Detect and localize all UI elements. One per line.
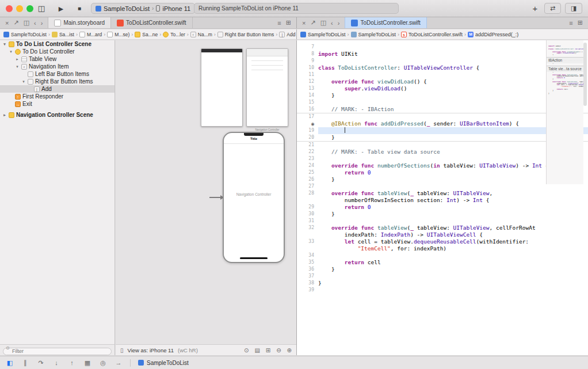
view-hierarchy-icon[interactable]: ▦ bbox=[83, 359, 91, 367]
navigator-toggle-icon[interactable]: ◫ bbox=[36, 0, 47, 17]
outline-item-to-do-list-controller[interactable]: ▾To Do List Controller bbox=[0, 48, 114, 55]
disclosure-triangle[interactable]: ▾ bbox=[2, 42, 7, 47]
line-number[interactable] bbox=[297, 245, 318, 252]
code-text[interactable]: return cell bbox=[318, 259, 588, 266]
tab-main-storyboard[interactable]: Main.storyboard bbox=[48, 17, 111, 28]
line-number[interactable]: 34 bbox=[297, 252, 318, 259]
close-editor-icon[interactable]: × bbox=[5, 20, 9, 26]
code-line-15[interactable]: 15 bbox=[297, 99, 588, 106]
forward-icon[interactable]: › bbox=[338, 20, 340, 26]
line-number[interactable]: 13 bbox=[297, 85, 318, 92]
tab-todolistcontroller-swift[interactable]: ToDoListController.swift bbox=[345, 17, 426, 28]
code-line-18[interactable]: ◉ @IBAction func addDidPressed(_ sender:… bbox=[297, 120, 588, 127]
line-number[interactable] bbox=[297, 231, 318, 238]
code-line-16[interactable]: 16 // MARK: - IBAction bbox=[297, 106, 588, 113]
code-line-12[interactable]: 12 override func viewDidLoad() { bbox=[297, 78, 588, 85]
breadcrumb-item[interactable]: M...se) bbox=[107, 32, 129, 37]
code-line-7[interactable]: 7 bbox=[297, 44, 588, 51]
code-line-23[interactable]: 23 bbox=[297, 155, 588, 162]
editor-options-icon[interactable]: ≡ bbox=[277, 20, 281, 26]
mini-scene-navigation[interactable] bbox=[246, 48, 288, 127]
outline-item-navigation-controller-scene[interactable]: ▸Navigation Controller Scene bbox=[0, 111, 114, 119]
disclosure-triangle[interactable]: ▾ bbox=[15, 64, 20, 69]
line-number[interactable]: 7 bbox=[297, 44, 318, 51]
code-text[interactable]: return 0 bbox=[318, 204, 588, 211]
outline-item-exit[interactable]: →Exit bbox=[0, 100, 114, 108]
line-number[interactable]: 31 bbox=[297, 218, 318, 225]
pause-icon[interactable]: ∥ bbox=[21, 359, 29, 367]
code-line-8[interactable]: 8import UIKit bbox=[297, 51, 588, 58]
code-text[interactable]: "ItemCell", for: indexPath) bbox=[318, 245, 588, 252]
add-editor-icon[interactable]: ⊞ bbox=[578, 19, 583, 26]
line-number[interactable]: 14 bbox=[297, 92, 318, 99]
line-number[interactable]: 11 bbox=[297, 71, 318, 78]
step-out-icon[interactable]: ↑ bbox=[68, 359, 76, 366]
code-text[interactable]: override func tableView(_ tableView: UIT… bbox=[318, 190, 588, 197]
code-text[interactable]: } bbox=[318, 211, 588, 218]
code-line-wrap[interactable]: "ItemCell", for: indexPath) bbox=[297, 245, 588, 252]
code-line-22[interactable]: 22 // MARK: - Table view data source bbox=[297, 149, 588, 155]
code-line-14[interactable]: 14 } bbox=[297, 92, 588, 99]
mini-scene-title[interactable]: Navigation Controller bbox=[246, 128, 288, 131]
close-window-button[interactable] bbox=[6, 5, 13, 12]
line-number[interactable]: 37 bbox=[297, 273, 318, 280]
breadcrumb-item[interactable]: To...ler bbox=[163, 32, 185, 37]
focus-editor-icon[interactable]: ↗ bbox=[310, 19, 315, 26]
editor-options-icon[interactable]: ≡ bbox=[569, 20, 572, 26]
code-line-wrap[interactable]: indexPath: IndexPath) -> UITableViewCell… bbox=[297, 231, 588, 238]
code-line-39[interactable]: 39 bbox=[297, 287, 588, 294]
breadcrumb-item[interactable]: SampleToDoList bbox=[351, 32, 396, 37]
code-line-35[interactable]: 35 return cell bbox=[297, 259, 588, 266]
outline-item-add[interactable]: |Add bbox=[0, 85, 114, 93]
scheme-selector[interactable]: SampleToDoList › iPhone 11 bbox=[91, 3, 195, 14]
navigation-controller-scene[interactable]: Title Navigation Controller bbox=[223, 132, 285, 263]
nav-bar-title[interactable]: Title bbox=[224, 137, 284, 140]
line-number[interactable]: 23 bbox=[297, 155, 318, 162]
code-line-29[interactable]: 29 return 0 bbox=[297, 204, 588, 211]
line-number[interactable]: 26 bbox=[297, 176, 318, 183]
code-line-37[interactable]: 37 bbox=[297, 273, 588, 280]
line-number[interactable]: 12 bbox=[297, 78, 318, 85]
code-line-10[interactable]: 10class ToDoListController: UITableViewC… bbox=[297, 64, 588, 71]
code-line-36[interactable]: 36 } bbox=[297, 266, 588, 273]
line-number[interactable]: 10 bbox=[297, 64, 318, 71]
line-number[interactable]: 36 bbox=[297, 266, 318, 273]
code-line-21[interactable]: 21 bbox=[297, 141, 588, 149]
code-line-17[interactable]: 17 bbox=[297, 113, 588, 120]
breadcrumb-item[interactable]: |Add bbox=[279, 32, 295, 37]
code-line-28[interactable]: 28 override func tableView(_ tableView: … bbox=[297, 190, 588, 197]
line-number[interactable]: 32 bbox=[297, 225, 318, 231]
code-text[interactable] bbox=[318, 287, 588, 294]
line-number[interactable]: 39 bbox=[297, 287, 318, 294]
code-line-32[interactable]: 32 override func tableView(_ tableView: … bbox=[297, 225, 588, 231]
code-line-20[interactable]: 20 } bbox=[297, 134, 588, 141]
zoomed-out-scenes[interactable] bbox=[201, 48, 288, 127]
stop-button[interactable]: ■ bbox=[74, 0, 85, 17]
editor-scrollbar[interactable] bbox=[583, 43, 587, 106]
line-number[interactable]: 20 bbox=[297, 134, 318, 141]
disclosure-triangle[interactable]: ▾ bbox=[9, 50, 13, 54]
filter-input[interactable] bbox=[3, 348, 112, 355]
code-text[interactable]: } bbox=[318, 280, 588, 287]
disclosure-triangle[interactable]: ▾ bbox=[21, 79, 26, 84]
line-number[interactable]: 24 bbox=[297, 162, 318, 169]
update-frames-icon[interactable]: ⊙ bbox=[244, 347, 249, 353]
code-text[interactable]: override func tableView(_ tableView: UIT… bbox=[318, 225, 588, 231]
back-icon[interactable]: ‹ bbox=[34, 20, 36, 26]
outline-item-navigation-item[interactable]: ▾‹Navigation Item bbox=[0, 63, 114, 70]
align-icon[interactable]: ⊞ bbox=[266, 347, 270, 353]
breadcrumb-item[interactable]: Right Bar Button Items bbox=[217, 32, 274, 37]
outline-item-right-bar-button-items[interactable]: ▾Right Bar Button Items bbox=[0, 78, 114, 85]
code-text[interactable] bbox=[318, 273, 588, 280]
step-into-icon[interactable]: ↓ bbox=[52, 359, 60, 366]
line-number[interactable]: 19 bbox=[297, 127, 318, 134]
line-number[interactable]: 17 bbox=[297, 113, 318, 120]
breadcrumb-item[interactable]: Sa...ist bbox=[52, 32, 74, 37]
code-text[interactable]: indexPath: IndexPath) -> UITableViewCell… bbox=[318, 231, 588, 238]
code-line-11[interactable]: 11 bbox=[297, 71, 588, 78]
mini-scene-todolist[interactable] bbox=[201, 48, 243, 127]
library-add-icon[interactable]: + bbox=[529, 0, 541, 17]
breadcrumb-item[interactable]: SampleToDoList bbox=[3, 32, 47, 37]
line-number[interactable]: 29 bbox=[297, 204, 318, 211]
code-text[interactable] bbox=[318, 252, 588, 259]
